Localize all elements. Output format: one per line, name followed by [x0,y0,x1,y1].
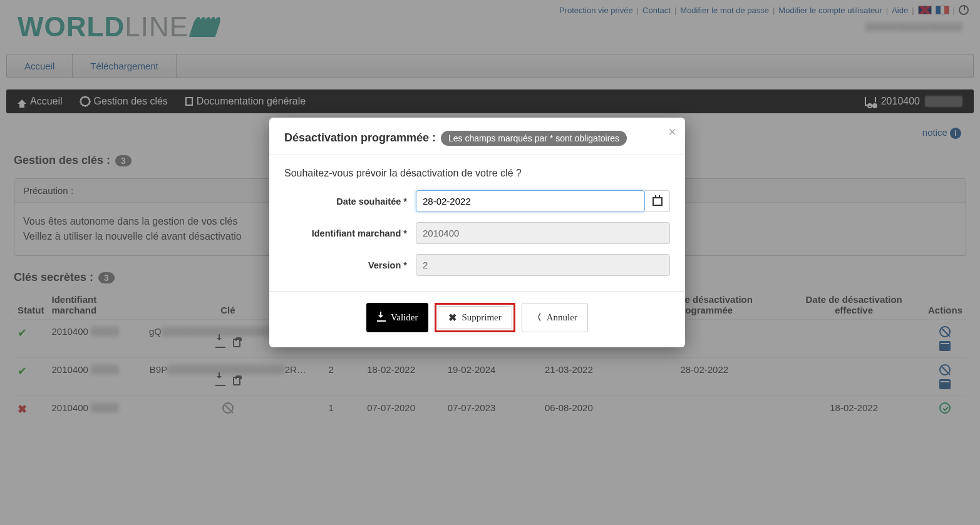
cancel-button[interactable]: 〈 Annuler [522,303,588,332]
merchant-input [416,222,670,244]
modal-footer: Valider ✖ Supprimer 〈 Annuler [269,291,685,347]
validate-button-label: Valider [391,312,418,323]
validate-button[interactable]: Valider [366,303,428,332]
date-input[interactable] [416,190,645,212]
field-row-merchant: Identifiant marchand * [284,222,670,244]
x-icon: ✖ [448,312,456,324]
download-icon [377,314,386,322]
label-version: Version * [284,260,416,270]
version-input [416,254,670,276]
label-date: Date souhaitée * [284,196,416,206]
calendar-icon [652,197,663,206]
field-row-date: Date souhaitée * [284,190,670,212]
modal-body: Souhaitez-vous prévoir la désactivation … [269,155,685,291]
deactivation-modal: × Désactivation programmée : Les champs … [269,118,685,347]
required-fields-note: Les champs marqués par * sont obligatoir… [441,131,627,146]
modal-title: Désactivation programmée : [284,131,436,144]
delete-button-label: Supprimer [462,312,501,323]
delete-button-highlight: ✖ Supprimer [435,303,515,332]
cancel-button-label: Annuler [547,312,577,323]
delete-button[interactable]: ✖ Supprimer [438,306,512,329]
chevron-left-icon: 〈 [532,312,542,324]
field-row-version: Version * [284,254,670,276]
date-picker-button[interactable] [645,190,670,212]
close-icon[interactable]: × [668,124,676,140]
label-merchant: Identifiant marchand * [284,228,416,238]
modal-question: Souhaitez-vous prévoir la désactivation … [284,168,670,179]
modal-header: Désactivation programmée : Les champs ma… [269,118,685,155]
